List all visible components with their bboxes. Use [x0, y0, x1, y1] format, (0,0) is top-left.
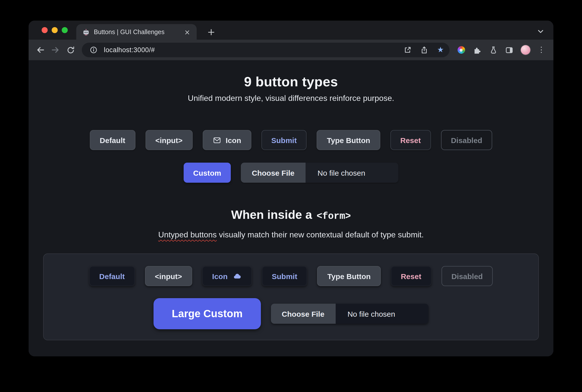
large-custom-button[interactable]: Large Custom [154, 298, 261, 329]
minimize-window-button[interactable] [52, 27, 58, 33]
custom-button[interactable]: Custom [184, 163, 231, 183]
tab-favicon-icon [82, 28, 90, 36]
form-section-title-text: When inside a [231, 208, 312, 221]
choose-file-button[interactable]: Choose File [241, 163, 306, 183]
form-input-button[interactable]: <input> [145, 266, 192, 286]
default-button[interactable]: Default [90, 130, 135, 150]
form-section-subtitle-rest: visually match their new contextual defa… [217, 230, 424, 239]
browser-window: Buttons | GUI Challenges × + [29, 21, 553, 356]
zoom-window-button[interactable] [62, 27, 68, 33]
form-button-row-second: Large Custom Choose File No file chosen [54, 298, 528, 329]
tab-strip: Buttons | GUI Challenges × + [29, 21, 553, 40]
icon-button-label: Icon [226, 136, 241, 144]
file-input[interactable]: Choose File No file chosen [241, 163, 398, 183]
form-button-row-top: Default <input> Icon Submit Type Button … [54, 266, 528, 286]
disabled-button: Disabled [441, 130, 492, 150]
toolbar-extensions: ⋮ [454, 43, 548, 57]
button-row-top: Default <input> Icon Submit Type Button … [29, 130, 553, 150]
form-choose-file-button[interactable]: Choose File [271, 304, 335, 324]
form-section-title: When inside a<form> [29, 206, 553, 225]
close-window-button[interactable] [42, 27, 48, 33]
type-button[interactable]: Type Button [317, 130, 380, 150]
form-panel: Default <input> Icon Submit Type Button … [43, 253, 539, 340]
input-button[interactable]: <input> [145, 130, 192, 150]
reset-button[interactable]: Reset [390, 130, 431, 150]
envelope-icon [213, 136, 221, 144]
bookmark-star-icon[interactable]: ★ [434, 44, 447, 56]
open-in-new-icon[interactable] [401, 44, 413, 56]
share-icon[interactable] [418, 44, 430, 56]
url-text: localhost:3000/# [104, 46, 155, 54]
form-section-subtitle: Untyped buttons visually match their new… [29, 229, 553, 240]
new-tab-button[interactable]: + [205, 25, 218, 38]
reload-button[interactable] [64, 43, 77, 57]
form-type-button[interactable]: Type Button [317, 266, 381, 286]
side-panel-icon[interactable] [502, 43, 516, 57]
form-disabled-button: Disabled [441, 266, 493, 286]
icon-button[interactable]: Icon [203, 130, 251, 150]
page-content: 9 button types Unified modern style, vis… [29, 60, 553, 356]
screen: Buttons | GUI Challenges × + [0, 0, 582, 392]
window-controls [42, 27, 68, 33]
tab-close-icon[interactable]: × [183, 27, 192, 36]
form-file-status-text: No file chosen [335, 304, 428, 324]
tab-list-chevron-icon[interactable] [535, 26, 545, 36]
misspelled-phrase: Untyped buttons [158, 230, 217, 239]
site-info-icon[interactable] [87, 44, 99, 56]
button-row-second: Custom Choose File No file chosen [29, 163, 553, 183]
form-code-text: <form> [317, 211, 351, 222]
cloud-icon [232, 272, 242, 280]
tab-title: Buttons | GUI Challenges [94, 28, 179, 35]
form-icon-button-label: Icon [212, 272, 228, 280]
color-wheel-extension-icon[interactable] [454, 43, 468, 57]
extensions-puzzle-icon[interactable] [470, 43, 484, 57]
tab-buttons-gui-challenges[interactable]: Buttons | GUI Challenges × [76, 24, 197, 40]
browser-toolbar: localhost:3000/# ★ [29, 40, 553, 60]
form-submit-button[interactable]: Submit [262, 266, 307, 286]
page-title: 9 button types [29, 60, 553, 90]
forward-button[interactable] [49, 43, 62, 57]
page-subtitle: Unified modern style, visual differences… [29, 93, 553, 104]
file-status-text: No file chosen [306, 163, 398, 183]
form-reset-button[interactable]: Reset [391, 266, 431, 286]
profile-avatar[interactable] [518, 43, 532, 57]
form-file-input[interactable]: Choose File No file chosen [271, 304, 428, 324]
form-default-button[interactable]: Default [89, 266, 135, 286]
browser-menu-icon[interactable]: ⋮ [534, 43, 548, 57]
form-icon-button[interactable]: Icon [202, 266, 252, 286]
submit-button[interactable]: Submit [261, 130, 307, 150]
back-button[interactable] [34, 43, 47, 57]
address-bar[interactable]: localhost:3000/# ★ [82, 43, 450, 57]
flask-extension-icon[interactable] [486, 43, 500, 57]
